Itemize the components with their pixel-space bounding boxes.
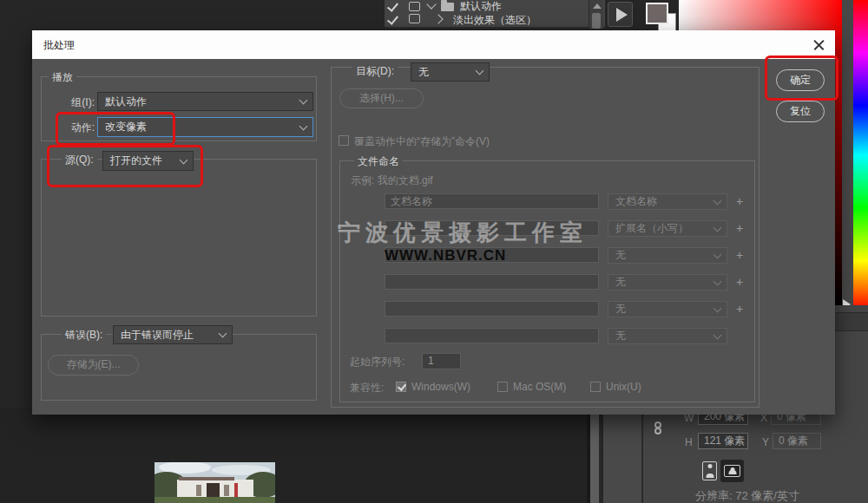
source-dropdown-value: 打开的文件 (110, 154, 162, 167)
naming-type-dropdown-1: 文档名称 (608, 193, 727, 210)
choose-button: 选择(H)... (339, 88, 424, 108)
scroll-up-icon[interactable] (593, 3, 602, 9)
destination-label: 目标(D): (352, 64, 398, 79)
add-naming-token-button-5: + (731, 302, 748, 316)
chevron-down-icon (713, 250, 722, 258)
error-dropdown[interactable]: 由于错误而停止 (113, 325, 233, 344)
actions-scrollbar[interactable] (589, 0, 603, 29)
macos-checkbox (497, 382, 508, 392)
naming-type-dropdown-5: 无 (608, 301, 727, 317)
naming-field-2 (385, 220, 599, 236)
y-label: Y (762, 436, 769, 448)
canvas-scrollbar[interactable] (590, 415, 601, 503)
windows-checkbox (396, 382, 406, 392)
chevron-down-icon (299, 121, 308, 130)
chevron-down-icon[interactable] (426, 0, 436, 10)
dialog-title: 批处理 (43, 38, 75, 53)
ok-button[interactable]: 确定 (776, 69, 825, 91)
source-label: 源(Q): (62, 153, 97, 167)
naming-type-dropdown-6: 无 (608, 328, 727, 344)
chevron-down-icon (713, 304, 722, 312)
naming-field-5 (385, 301, 599, 317)
dialog-titlebar[interactable]: 批处理 (32, 30, 835, 59)
naming-type-value: 扩展名（小写） (615, 222, 688, 234)
save-as-button: 存储为(E)... (48, 355, 139, 376)
windows-label: Windows(W) (411, 381, 470, 393)
naming-type-dropdown-4: 无 (608, 274, 727, 291)
add-naming-token-button-1: + (731, 194, 748, 208)
play-legend: 播放 (49, 70, 76, 85)
chevron-down-icon (180, 155, 188, 164)
serial-field: 1 (422, 353, 461, 369)
resolution-text: 分辨率: 72 像素/英寸 (695, 488, 799, 503)
destination-dropdown-value: 无 (418, 66, 429, 78)
panel-gutter (603, 415, 641, 503)
height-field: 121 像素 (698, 433, 748, 449)
naming-type-dropdown-3: 无 (608, 247, 727, 264)
action-item-label[interactable]: 淡出效果（选区） (453, 13, 536, 28)
chevron-right-icon[interactable] (433, 14, 443, 23)
chevron-down-icon (299, 96, 308, 105)
house-photo-thumbnail (155, 462, 275, 503)
naming-type-dropdown-2: 扩展名（小写） (608, 220, 727, 237)
set-dropdown[interactable]: 默认动作 (97, 92, 313, 111)
chevron-down-icon (713, 330, 722, 339)
file-naming-legend: 文件命名 (354, 154, 403, 169)
override-save-as-checkbox (339, 135, 349, 146)
picker-gap (842, 0, 853, 312)
add-naming-token-button-4: + (731, 275, 748, 289)
naming-type-value: 文档名称 (615, 195, 657, 207)
add-naming-token-button-2: + (731, 221, 748, 235)
action-label: 动作: (56, 121, 95, 135)
y-field: 0 像素 (773, 433, 821, 449)
photoshop-screen: 默认动作 淡出效果（选区） (0, 0, 868, 503)
batch-dialog: 批处理 播放 组(I): 默认动作 动作: 改变像素 源(Q): 打开的文件 错… (32, 30, 835, 415)
action-enabled-check-icon[interactable] (387, 13, 398, 25)
chevron-down-icon (219, 330, 227, 338)
naming-type-value: 无 (615, 330, 626, 342)
action-row-default-actions[interactable]: 默认动作 (385, 0, 588, 10)
destination-dropdown[interactable]: 无 (411, 62, 490, 82)
portrait-orientation-icon (702, 461, 717, 480)
naming-field-1: 文档名称 (385, 193, 599, 209)
source-dropdown[interactable]: 打开的文件 (102, 151, 194, 171)
chevron-down-icon (713, 277, 722, 285)
compatibility-label: 兼容性: (350, 381, 384, 395)
set-label: 组(I): (56, 95, 95, 110)
play-icon (616, 8, 628, 22)
landscape-orientation-button (720, 460, 744, 482)
naming-field-6 (385, 328, 599, 343)
foreground-color-swatch[interactable] (646, 3, 668, 24)
override-save-as-label: 覆盖动作中的“存储为”命令(V) (354, 134, 490, 149)
link-dimensions-icon (654, 421, 663, 437)
landscape-icon (724, 465, 740, 477)
play-action-button[interactable] (608, 2, 633, 27)
set-dropdown-value: 默认动作 (105, 95, 147, 108)
naming-field-4 (385, 274, 599, 290)
chevron-down-icon (713, 223, 722, 232)
document-canvas (0, 408, 589, 503)
naming-type-value: 无 (615, 303, 626, 315)
chevron-down-icon (476, 67, 484, 75)
dialog-toggle-icon[interactable] (409, 14, 420, 23)
action-dropdown-value: 改变像素 (105, 121, 147, 133)
reset-button[interactable]: 复位 (776, 101, 825, 122)
error-label: 错误(B): (62, 328, 106, 343)
scrollbar-thumb[interactable] (592, 13, 601, 29)
close-icon[interactable] (812, 38, 825, 51)
height-label: H (685, 436, 693, 448)
naming-example: 示例: 我的文档.gif (351, 173, 433, 188)
actions-panel: 默认动作 淡出效果（选区） (385, 0, 605, 29)
hue-slider-strip[interactable] (853, 0, 868, 310)
serial-label: 起始序列号: (350, 355, 404, 369)
naming-type-value: 无 (615, 249, 626, 261)
action-row-fade-effect[interactable]: 淡出效果（选区） (385, 10, 588, 27)
action-dropdown[interactable]: 改变像素 (97, 117, 313, 137)
panel-divider (641, 415, 643, 503)
naming-type-value: 无 (615, 276, 626, 288)
add-naming-token-button-3: + (731, 248, 748, 262)
chevron-down-icon (713, 196, 722, 205)
unix-label: Unix(U) (606, 381, 641, 393)
macos-label: Mac OS(M) (513, 381, 566, 393)
source-groupbox (41, 159, 317, 317)
